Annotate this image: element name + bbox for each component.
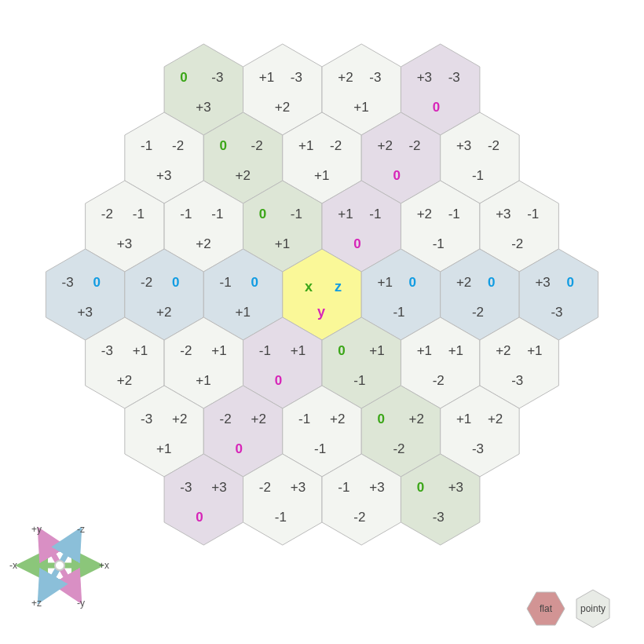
coord-y: +1 [314,168,329,183]
coord-x: -1 [220,275,232,290]
coord-x: +2 [456,275,471,290]
coord-y: +1 [196,373,210,388]
coord-x: -3 [180,480,192,495]
coord-z: -1 [211,207,223,221]
legend-flat-button[interactable]: flat [527,592,565,625]
coord-y: 0 [196,510,203,525]
compass-plus-z-label: +z [31,598,42,609]
compass-minus-y-label: -y [77,598,85,609]
coord-x: +1 [417,343,432,358]
coord-z: -2 [488,138,499,153]
coord-y: +2 [117,373,132,388]
coord-z: 0 [488,275,495,290]
coord-y: 0 [433,100,440,115]
coord-x: 0 [338,343,345,358]
coord-y: +3 [78,305,93,320]
coord-y: 0 [353,236,360,251]
coord-z: +1 [211,343,226,358]
axis-compass: +x -x +y -y -z +z [9,524,109,609]
coord-x: +2 [417,207,432,221]
coord-x: -1 [180,207,192,221]
coord-x: +1 [298,138,313,153]
coord-z: +1 [527,343,542,358]
coord-z: -1 [369,207,381,221]
coord-x: 0 [180,70,187,85]
coord-y: +2 [236,168,251,183]
legend-pointy-label: pointy [580,603,606,614]
coord-x: 0 [220,138,227,153]
coord-y: +1 [236,305,251,320]
coord-x: -1 [259,343,271,358]
coord-y: 0 [236,441,243,456]
coord-y: -3 [472,441,484,456]
coord-y: -2 [433,373,445,388]
coord-z: +2 [330,412,345,426]
compass-plus-x-label: +x [99,560,109,571]
svg-point-43 [55,561,64,570]
coord-y: -3 [551,305,562,320]
coord-z: +1 [369,343,384,358]
coord-x: -1 [298,412,310,426]
coord-x: -2 [180,343,192,358]
coord-x: +1 [338,207,353,221]
coord-z: +2 [172,412,187,426]
coord-x: -3 [101,343,113,358]
coord-y: -3 [433,510,445,525]
coord-x: 0 [417,480,424,495]
origin-x-label: x [305,279,313,295]
coord-z: -1 [133,207,145,221]
coord-x: -3 [62,275,74,290]
coord-z: 0 [251,275,258,290]
coord-x: -2 [101,207,113,221]
coord-z: +3 [211,480,226,495]
coord-y: +3 [196,100,210,115]
coord-z: +3 [291,480,306,495]
coord-z: +1 [448,343,463,358]
coord-y: -2 [511,236,523,251]
coord-y: +2 [196,236,210,251]
coord-z: +3 [448,480,463,495]
orientation-legend: flat pointy [527,590,609,628]
coord-z: 0 [172,275,179,290]
coord-z: -3 [211,70,223,85]
coord-x: -2 [141,275,152,290]
coord-x: 0 [259,207,266,221]
coord-z: +1 [291,343,306,358]
coord-x: +3 [496,207,510,221]
coord-x: +3 [535,275,550,290]
coord-x: -2 [259,480,271,495]
coord-x: +1 [456,412,471,426]
coord-z: +2 [488,412,503,426]
coord-z: +1 [133,343,148,358]
coord-y: +1 [275,236,290,251]
coord-z: +2 [251,412,266,426]
coord-x: +2 [496,343,510,358]
coord-y: 0 [275,373,282,388]
coord-y: +1 [353,100,368,115]
coord-y: +2 [156,305,171,320]
coord-y: +3 [117,236,132,251]
coord-x: +2 [377,138,392,153]
coord-y: -1 [314,441,326,456]
coord-y: -1 [353,373,365,388]
coord-z: -2 [330,138,342,153]
coord-x: -1 [141,138,152,153]
coord-x: -2 [220,412,232,426]
coord-x: +3 [417,70,432,85]
legend-pointy-button[interactable]: pointy [576,590,609,628]
coord-y: -1 [275,510,287,525]
coord-z: -3 [291,70,302,85]
coord-z: +2 [408,412,423,426]
coord-x: +1 [377,275,392,290]
coord-y: -2 [472,305,484,320]
coord-y: +3 [156,168,171,183]
coord-z: 0 [566,275,573,290]
coord-z: -2 [251,138,263,153]
coord-z: -1 [527,207,539,221]
coord-z: -1 [291,207,302,221]
coord-z: +3 [369,480,384,495]
compass-plus-y-label: +y [31,524,42,535]
coord-z: 0 [408,275,415,290]
coord-x: -3 [141,412,152,426]
coord-z: -3 [369,70,381,85]
